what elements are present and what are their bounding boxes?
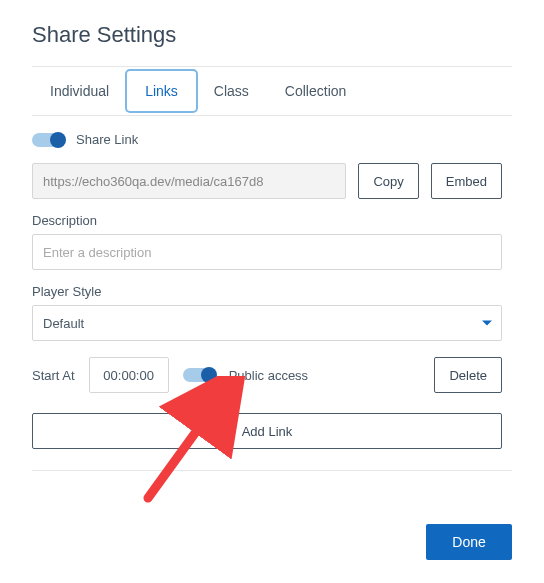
copy-button[interactable]: Copy: [358, 163, 418, 199]
player-style-select[interactable]: Default: [32, 305, 502, 341]
embed-button[interactable]: Embed: [431, 163, 502, 199]
tab-collection[interactable]: Collection: [267, 71, 364, 111]
delete-button[interactable]: Delete: [434, 357, 502, 393]
share-link-label: Share Link: [76, 132, 138, 147]
player-style-label: Player Style: [32, 284, 502, 299]
start-at-label: Start At: [32, 368, 75, 383]
tab-links[interactable]: Links: [127, 71, 196, 111]
public-access-label: Public access: [229, 368, 308, 383]
description-input[interactable]: [32, 234, 502, 270]
tabs: Individual Links Class Collection: [32, 66, 512, 116]
tab-class[interactable]: Class: [196, 71, 267, 111]
share-url-field[interactable]: [32, 163, 346, 199]
description-label: Description: [32, 213, 502, 228]
start-at-input[interactable]: [89, 357, 169, 393]
public-access-toggle[interactable]: [183, 368, 215, 382]
content-scroll[interactable]: Share Link Copy Embed Description Player…: [32, 116, 512, 456]
share-link-toggle[interactable]: [32, 133, 64, 147]
done-button[interactable]: Done: [426, 524, 512, 560]
add-link-button[interactable]: Add Link: [32, 413, 502, 449]
tab-individual[interactable]: Individual: [32, 71, 127, 111]
page-title: Share Settings: [32, 22, 512, 48]
